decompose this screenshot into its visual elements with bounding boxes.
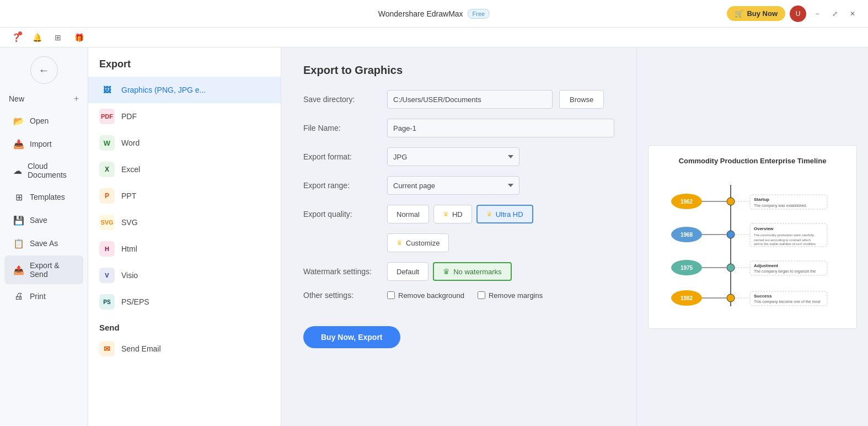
quality-normal-button[interactable]: Normal [387, 205, 429, 223]
quality-hd-button[interactable]: ♛ HD [433, 205, 472, 223]
svg-text:1975: 1975 [680, 265, 693, 271]
pdf-label: PDF [121, 112, 137, 121]
preview-box: Commodity Production Enterprise Timeline… [648, 145, 857, 329]
checkbox-group: Remove background Remove margins [387, 291, 543, 300]
sidebar-item-cloud[interactable]: ☁ Cloud Documents [4, 156, 83, 185]
section-title: Export to Graphics [303, 64, 614, 77]
save-icon: 💾 [13, 215, 24, 226]
export-item-html[interactable]: H Html [88, 236, 281, 262]
help-icon[interactable]: ❓ [9, 30, 23, 45]
word-icon: W [99, 135, 115, 151]
save-directory-label: Save directory: [303, 95, 381, 104]
svg-text:The company began to organize : The company began to organize the [754, 269, 816, 274]
word-label: Word [121, 139, 140, 147]
svg-text:Adjustment: Adjustment [754, 263, 778, 268]
svg-point-22 [727, 264, 735, 271]
no-watermark-label: No watermarks [453, 268, 501, 276]
customize-button[interactable]: ♛ Customize [387, 233, 449, 252]
export-button[interactable]: Buy Now, Export [303, 326, 400, 348]
close-button[interactable]: ✕ [846, 7, 859, 20]
topbar: Wondershare EdrawMax Free 🛒 Buy Now U − … [0, 0, 868, 28]
open-icon: 📂 [13, 115, 24, 126]
preview-panel: Commodity Production Enterprise Timeline… [636, 47, 868, 426]
cloud-label: Cloud Documents [28, 162, 74, 179]
remove-bg-checkbox[interactable] [387, 291, 395, 299]
watermark-none-button[interactable]: ♛ No watermarks [433, 262, 511, 281]
export-format-select[interactable]: PNG JPG BMP SVG PDF TIFF [387, 147, 519, 166]
app-title: Wondershare EdrawMax [378, 9, 463, 18]
buy-now-button[interactable]: 🛒 Buy Now [727, 6, 785, 21]
svg-point-4 [727, 198, 735, 205]
sidebar-item-export-send[interactable]: 📤 Export & Send [4, 255, 83, 284]
timeline-chart: 1962 Startup The company was established… [665, 174, 841, 317]
visio-label: Visio [121, 271, 138, 280]
maximize-button[interactable]: ⤢ [828, 7, 842, 20]
watermark-default-button[interactable]: Default [387, 262, 428, 281]
sidebar-item-templates[interactable]: ⊞ Templates [4, 186, 83, 208]
export-range-label: Export range: [303, 181, 381, 190]
svg-text:1968: 1968 [680, 232, 693, 238]
apps-icon[interactable]: ⊞ [51, 30, 65, 45]
export-format-row: Export format: PNG JPG BMP SVG PDF TIFF [303, 147, 614, 166]
sidebar-item-print[interactable]: 🖨 Print [4, 285, 83, 307]
export-item-excel[interactable]: X Excel [88, 156, 281, 183]
bell-icon[interactable]: 🔔 [30, 30, 44, 45]
email-icon: ✉ [99, 341, 115, 356]
svg-point-30 [727, 294, 735, 302]
sidebar-item-import[interactable]: 📥 Import [4, 133, 83, 155]
ppt-label: PPT [121, 191, 136, 200]
export-item-pdf[interactable]: PDF PDF [88, 103, 281, 130]
sidebar: ← New + 📂 Open 📥 Import ☁ Cloud Document… [0, 47, 88, 426]
browse-button[interactable]: Browse [559, 90, 604, 109]
file-name-input[interactable] [387, 119, 614, 137]
export-panel: Export 🖼 Graphics (PNG, JPG e... PDF PDF… [88, 47, 281, 426]
sidebar-item-save[interactable]: 💾 Save [4, 209, 83, 231]
import-label: Import [30, 140, 52, 148]
save-directory-input[interactable] [387, 90, 553, 109]
remove-bg-label: Remove background [398, 291, 464, 300]
open-label: Open [30, 116, 49, 125]
export-send-label: Export & Send [30, 261, 74, 279]
cart-icon: 🛒 [735, 9, 743, 18]
print-label: Print [30, 292, 46, 301]
svg-text:add to the stable stabilize of: add to the stable stabilize of corn modi… [754, 242, 817, 246]
remove-margins-checkbox-item[interactable]: Remove margins [478, 291, 543, 300]
remove-margins-checkbox[interactable] [478, 291, 485, 299]
remove-margins-label: Remove margins [489, 291, 543, 300]
export-item-svg[interactable]: SVG SVG [88, 209, 281, 236]
file-name-label: File Name: [303, 124, 381, 132]
customize-crown-icon: ♛ [397, 239, 403, 247]
sidebar-item-new[interactable]: New + [0, 88, 88, 109]
export-item-pseps[interactable]: PS PS/EPS [88, 289, 281, 315]
export-range-select[interactable]: Current page All pages Selected shapes [387, 176, 519, 195]
avatar[interactable]: U [790, 6, 806, 22]
export-format-label: Export format: [303, 152, 381, 161]
export-quality-label: Export quality: [303, 210, 381, 219]
back-button[interactable]: ← [30, 56, 58, 84]
minimize-button[interactable]: − [811, 7, 824, 20]
graphics-label: Graphics (PNG, JPG e... [121, 86, 206, 94]
new-label: New [9, 94, 24, 103]
hd-crown-icon: ♛ [443, 210, 449, 218]
export-quality-row: Export quality: Normal ♛ HD ♛ Ultra HD [303, 205, 614, 223]
export-icon: 📤 [13, 264, 24, 275]
print-icon: 🖨 [13, 291, 24, 302]
export-item-graphics[interactable]: 🖼 Graphics (PNG, JPG e... [88, 77, 281, 103]
normal-label: Normal [397, 210, 420, 219]
remove-bg-checkbox-item[interactable]: Remove background [387, 291, 464, 300]
hd-label: HD [452, 210, 463, 219]
sidebar-item-save-as[interactable]: 📋 Save As [4, 232, 83, 254]
toolbar2: ❓ 🔔 ⊞ 🎁 [0, 28, 868, 47]
gift-icon[interactable]: 🎁 [72, 30, 86, 45]
pdf-icon: PDF [99, 109, 115, 124]
export-range-row: Export range: Current page All pages Sel… [303, 176, 614, 195]
export-item-email[interactable]: ✉ Send Email [88, 336, 281, 362]
svg-text:This company become one of the: This company become one of the most [754, 300, 821, 304]
export-item-ppt[interactable]: P PPT [88, 183, 281, 209]
excel-label: Excel [121, 165, 140, 174]
save-label: Save [30, 216, 47, 225]
sidebar-item-open[interactable]: 📂 Open [4, 110, 83, 132]
export-item-word[interactable]: W Word [88, 130, 281, 156]
export-item-visio[interactable]: V Visio [88, 262, 281, 289]
quality-ultrahd-button[interactable]: ♛ Ultra HD [476, 205, 533, 223]
